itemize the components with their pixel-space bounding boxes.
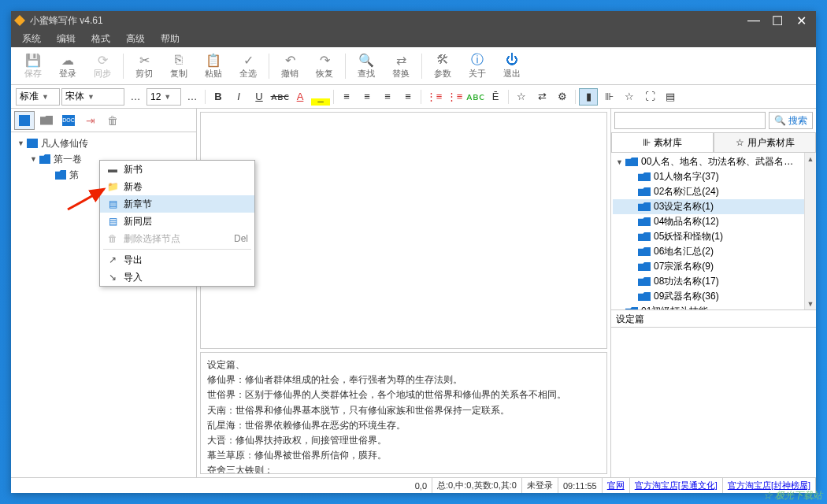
cm-导入[interactable]: ↘导入 [100, 269, 254, 286]
cm-新章节[interactable]: ▤新章节 [100, 195, 254, 213]
menu-format[interactable]: 格式 [83, 31, 118, 47]
library-tree[interactable]: ▲▼ ▼00人名、地名、功法名称、武器名…01人物名字(37)02名称汇总(24… [611, 153, 816, 310]
cm-导出[interactable]: ↗导出 [100, 251, 254, 269]
menu-advanced[interactable]: 高级 [118, 31, 153, 47]
layout-button[interactable]: ▤ [661, 88, 680, 106]
tb-cut[interactable]: ✂剪切 [127, 49, 161, 83]
underline-button[interactable]: U [250, 88, 269, 106]
align-center-button[interactable]: ≡ [358, 88, 376, 106]
clearfmt-button[interactable]: Ē [486, 88, 505, 106]
tb-undo[interactable]: ↶撤销 [273, 49, 307, 83]
notes-area[interactable]: 设定篇、修仙界：修仙者群体组成的社会，奉行强者为尊的生存法则。世俗界：区别于修仙… [200, 352, 607, 474]
size-combo[interactable]: 12▼ [146, 88, 181, 106]
align-left-button[interactable]: ≡ [337, 88, 356, 106]
list-num-button[interactable]: ⋮≡ [425, 88, 443, 106]
style-combo[interactable]: 标准▼ [16, 88, 60, 106]
menubar: 系统 编辑 格式 高级 帮助 [11, 30, 816, 47]
preview-title: 设定篇 [611, 310, 816, 328]
statusbar: 0,0 总:0,中:0,英数:0,其:0 未登录 09:11:55 官网 官方淘… [11, 477, 816, 493]
tb-save[interactable]: 💾保存 [16, 49, 50, 83]
menu-edit[interactable]: 编辑 [49, 31, 83, 47]
status-link-shop2[interactable]: 官方淘宝店[封神榜屋] [723, 478, 816, 493]
fontcolor-button[interactable]: A [291, 88, 310, 106]
bold-button[interactable]: B [209, 88, 228, 106]
tb-param[interactable]: 🛠参数 [425, 49, 460, 83]
align-right-button[interactable]: ≡ [378, 88, 397, 106]
italic-button[interactable]: I [229, 88, 248, 106]
status-link-site[interactable]: 官网 [603, 478, 630, 493]
scrollbar[interactable]: ▲▼ [804, 153, 816, 309]
titlebar: 小蜜蜂写作 v4.61 — ☐ ✕ [11, 11, 816, 30]
tb-find[interactable]: 🔍查找 [349, 49, 384, 83]
left-toolbar: DOC ⇥ 🗑 [11, 109, 196, 132]
strike-button[interactable]: ᴀʙᴄ [270, 88, 289, 106]
cm-新同层[interactable]: ▤新同层 [100, 213, 254, 230]
lib-item[interactable]: 04物品名称(12) [613, 214, 814, 229]
tree-root[interactable]: 凡人修仙传 [41, 137, 88, 150]
tb-redo[interactable]: ↷恢复 [307, 49, 342, 83]
lib-item[interactable]: ▸01初级打斗技能 [613, 304, 814, 310]
font-combo[interactable]: 宋体▼ [61, 88, 124, 106]
view1-button[interactable]: ▮ [579, 88, 598, 106]
menu-system[interactable]: 系统 [14, 31, 49, 47]
fullscreen-button[interactable]: ⛶ [640, 88, 659, 106]
right-pane: 🔍搜索 ⊪素材库 ☆用户素材库 ▲▼ ▼00人名、地名、功法名称、武器名…01人… [611, 109, 816, 477]
view2-button[interactable]: ⊪ [599, 88, 618, 106]
status-login: 未登录 [522, 478, 558, 493]
cm-新书[interactable]: ▬新书 [100, 161, 254, 178]
spell-button[interactable]: ᴀʙᴄ [465, 88, 484, 106]
window-title: 小蜜蜂写作 v4.61 [30, 14, 742, 28]
editor-area[interactable] [200, 112, 607, 349]
lib-item[interactable]: 08功法名称(17) [613, 274, 814, 289]
tb-copy[interactable]: ⎘复制 [161, 49, 196, 83]
lib-item[interactable]: 03设定名称(1) [613, 199, 814, 214]
indent-button[interactable]: ⇥ [80, 111, 101, 130]
lib-item[interactable]: 05妖怪和怪物(1) [613, 229, 814, 244]
tb-exit[interactable]: ⏻退出 [495, 49, 529, 83]
delete-button[interactable]: 🗑 [102, 111, 123, 130]
tb-replace[interactable]: ⇄替换 [384, 49, 418, 83]
list-bullet-button[interactable]: ⋮≡ [445, 88, 464, 106]
search-input[interactable] [614, 112, 766, 129]
minimize-button[interactable]: — [742, 13, 766, 28]
gear-button[interactable]: ⚙ [553, 88, 572, 106]
close-button[interactable]: ✕ [789, 13, 813, 28]
lib-item[interactable]: 07宗派名称(9) [613, 259, 814, 274]
format-toolbar: 标准▼ 宋体▼ … 12▼ … B I U ᴀʙᴄ A _ ≡ ≡ ≡ ≡ ⋮≡… [11, 85, 816, 109]
align-justify-button[interactable]: ≡ [399, 88, 417, 106]
lib-item[interactable]: 01人物名字(37) [613, 169, 814, 184]
tab-user-library[interactable]: ☆用户素材库 [714, 132, 816, 152]
font-ellipsis[interactable]: … [126, 88, 145, 106]
maximize-button[interactable]: ☐ [766, 13, 789, 28]
replace-button[interactable]: ⇄ [532, 88, 551, 106]
tb-selall[interactable]: ✓全选 [231, 49, 265, 83]
app-icon [14, 15, 25, 26]
lib-item[interactable]: ▼00人名、地名、功法名称、武器名… [613, 154, 814, 169]
tree-chapter[interactable]: 第 [69, 169, 79, 182]
new-folder-button[interactable] [36, 111, 57, 130]
lib-item[interactable]: 02名称汇总(24) [613, 184, 814, 199]
menu-help[interactable]: 帮助 [153, 31, 187, 47]
context-menu: ▬新书📁新卷▤新章节▤新同层🗑删除选择节点Del↗导出↘导入 [99, 160, 255, 287]
lib-item[interactable]: 09武器名称(36) [613, 289, 814, 304]
status-link-shop1[interactable]: 官方淘宝店[昊通文化] [630, 478, 723, 493]
tab-library[interactable]: ⊪素材库 [611, 132, 714, 152]
cm-新卷[interactable]: 📁新卷 [100, 178, 254, 195]
new-book-button[interactable] [14, 111, 35, 130]
search-button[interactable]: 🔍搜索 [769, 112, 813, 129]
highlight-button[interactable]: _ [311, 88, 330, 106]
cm-删除选择节点[interactable]: 🗑删除选择节点Del [100, 230, 254, 247]
tb-sync[interactable]: ⟳同步 [85, 49, 120, 83]
new-doc-button[interactable]: DOC [58, 111, 79, 130]
center-pane: 设定篇、修仙界：修仙者群体组成的社会，奉行强者为尊的生存法则。世俗界：区别于修仙… [197, 109, 611, 477]
tb-paste[interactable]: 📋粘贴 [196, 49, 231, 83]
tb-about[interactable]: ⓘ关于 [460, 49, 495, 83]
tb-login[interactable]: ☁登录 [50, 49, 85, 83]
star-button[interactable]: ☆ [512, 88, 531, 106]
tree-volume[interactable]: 第一卷 [54, 153, 82, 166]
bookmark-button[interactable]: ☆ [620, 88, 639, 106]
preview-body [611, 328, 816, 477]
status-time: 09:11:55 [558, 478, 603, 493]
size-ellipsis[interactable]: … [183, 88, 202, 106]
lib-item[interactable]: 06地名汇总(2) [613, 244, 814, 259]
